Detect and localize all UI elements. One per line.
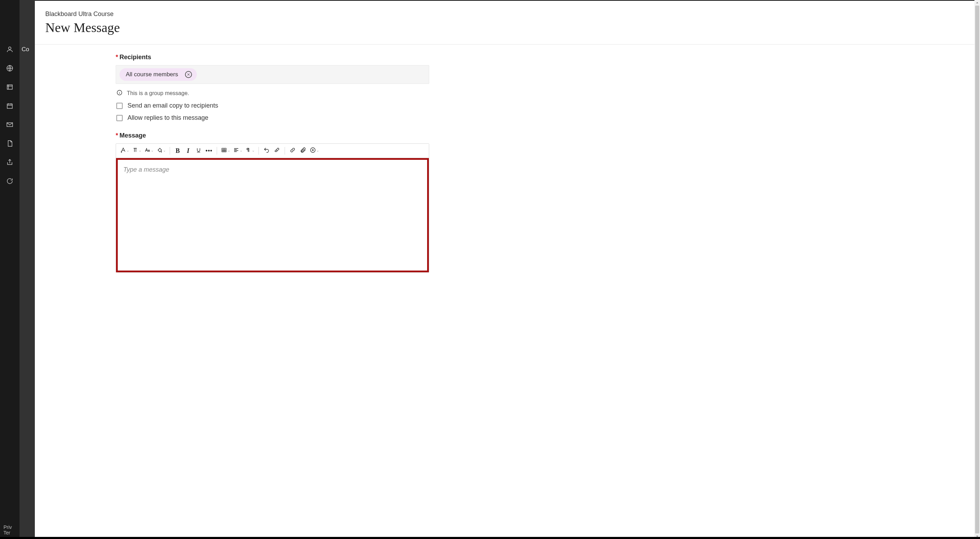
chevron-down-icon <box>316 147 319 154</box>
ellipsis-icon: ••• <box>205 147 213 154</box>
editor-toolbar: B I ••• <box>116 144 429 158</box>
message-placeholder: Type a message <box>123 166 169 173</box>
info-icon <box>116 89 123 97</box>
checkbox-icon <box>116 103 123 109</box>
page-title: New Message <box>45 20 964 35</box>
table-icon <box>221 147 227 155</box>
more-formatting-button[interactable]: ••• <box>204 146 214 155</box>
text-direction-button[interactable] <box>244 146 256 155</box>
font-size-button[interactable] <box>143 146 155 155</box>
paint-bucket-icon <box>156 147 163 155</box>
message-textarea[interactable]: Type a message <box>116 158 429 272</box>
email-copy-checkbox-row[interactable]: Send an email copy to recipients <box>116 102 429 109</box>
window-bottom-bar <box>0 537 980 539</box>
refresh-icon[interactable] <box>6 177 14 185</box>
message-label: *Message <box>116 132 429 139</box>
toolbar-separator <box>170 147 170 155</box>
highlight-button[interactable] <box>155 146 167 155</box>
add-content-button[interactable] <box>309 146 320 155</box>
recipients-input[interactable]: All course members <box>116 65 429 84</box>
sidebar-peek-text: Co <box>19 0 35 53</box>
browser-scrollbar[interactable] <box>974 0 980 539</box>
plus-circle-icon <box>310 147 316 155</box>
share-icon[interactable] <box>6 158 14 166</box>
mail-icon[interactable] <box>6 120 14 129</box>
calendar-icon[interactable] <box>6 101 14 110</box>
svg-point-0 <box>8 47 11 49</box>
document-icon[interactable] <box>6 139 14 147</box>
text-style-button[interactable] <box>119 146 130 155</box>
link-icon <box>290 147 296 155</box>
table-button[interactable] <box>220 146 231 155</box>
italic-button[interactable]: I <box>183 146 193 155</box>
svg-rect-2 <box>7 85 13 89</box>
recipients-label-text: Recipients <box>119 54 151 60</box>
checkbox-icon <box>116 115 123 121</box>
breadcrumb: Blackboard Ultra Course <box>45 10 964 18</box>
toolbar-separator <box>285 147 285 155</box>
eraser-icon <box>274 147 280 155</box>
scroll-track[interactable] <box>974 6 980 533</box>
rich-text-editor: B I ••• <box>116 143 429 273</box>
footer-truncated: Priv Ter <box>3 525 12 536</box>
text-style-icon <box>120 147 126 155</box>
allow-replies-label: Allow replies to this message <box>127 114 208 122</box>
paperclip-icon <box>300 147 306 155</box>
globe-icon[interactable] <box>6 64 14 73</box>
chevron-down-icon <box>126 147 129 154</box>
recipient-chip: All course members <box>119 68 197 81</box>
chevron-down-icon <box>228 147 230 154</box>
courses-icon[interactable] <box>6 83 14 91</box>
font-size-icon <box>144 147 151 155</box>
background-dim-panel: Co <box>19 0 35 539</box>
chevron-down-icon <box>151 147 154 154</box>
message-label-text: Message <box>119 132 146 139</box>
remove-recipient-button[interactable] <box>185 71 192 78</box>
allow-replies-checkbox-row[interactable]: Allow replies to this message <box>116 114 429 122</box>
paragraph-format-button[interactable] <box>131 146 143 155</box>
profile-icon[interactable] <box>6 45 14 54</box>
chevron-down-icon <box>252 147 255 154</box>
new-message-panel: Blackboard Ultra Course New Message *Rec… <box>35 1 974 537</box>
required-asterisk: * <box>116 132 118 139</box>
modal-header: Blackboard Ultra Course New Message <box>35 1 974 44</box>
group-message-info: This is a group message. <box>116 89 429 97</box>
recipient-chip-text: All course members <box>126 71 178 78</box>
group-message-text: This is a group message. <box>127 90 189 97</box>
pilcrow-icon <box>245 147 251 155</box>
align-button[interactable] <box>232 146 243 155</box>
svg-rect-3 <box>7 104 13 109</box>
toolbar-separator <box>217 147 217 155</box>
email-copy-label: Send an email copy to recipients <box>127 102 218 109</box>
clear-format-button[interactable] <box>272 146 282 155</box>
paragraph-icon <box>132 147 138 155</box>
chevron-down-icon <box>240 147 242 154</box>
footer-line-privacy: Priv <box>3 525 12 530</box>
underline-button[interactable] <box>194 146 204 155</box>
toolbar-separator <box>258 147 259 155</box>
recipients-label: *Recipients <box>116 54 429 61</box>
chevron-down-icon <box>138 147 142 154</box>
link-button[interactable] <box>288 146 298 155</box>
underline-icon <box>196 147 202 155</box>
align-icon <box>233 147 239 155</box>
close-icon <box>187 71 190 78</box>
scroll-up-button[interactable] <box>974 0 980 6</box>
required-asterisk: * <box>116 54 118 60</box>
bold-button[interactable]: B <box>173 146 183 155</box>
undo-button[interactable] <box>262 146 271 155</box>
chevron-down-icon <box>163 147 166 154</box>
left-icon-rail <box>0 0 19 539</box>
footer-line-terms: Ter <box>3 530 12 536</box>
attach-button[interactable] <box>298 146 308 155</box>
scroll-thumb[interactable] <box>975 6 979 533</box>
modal-body: *Recipients All course members This is a… <box>35 44 974 287</box>
undo-icon <box>263 147 270 155</box>
